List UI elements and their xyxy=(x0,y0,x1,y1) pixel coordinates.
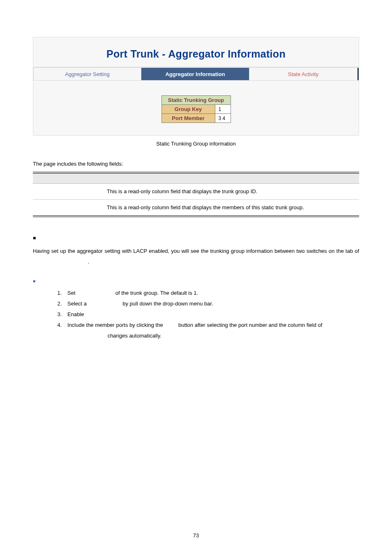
object-cell xyxy=(33,183,107,199)
text: Enable xyxy=(67,311,84,317)
step-continuation: changes automatically. xyxy=(77,331,359,341)
figure-caption: Static Trunking Group information xyxy=(33,141,359,147)
panel-header: Port Trunk - Aggregator Information xyxy=(33,37,359,67)
text: button after selecting the port number a… xyxy=(178,322,323,328)
text: Select a xyxy=(67,301,87,307)
tabs: Aggregator Setting Aggregator Informatio… xyxy=(33,67,359,81)
text: of the trunk group. The default is 1. xyxy=(115,290,198,296)
list-item: Set of the trunk group. The default is 1… xyxy=(63,288,359,298)
sub-bullet: ■ xyxy=(33,278,359,284)
section-bullet: ■ xyxy=(33,235,359,241)
document-page: Port Trunk - Aggregator Information Aggr… xyxy=(0,0,392,555)
text: Set xyxy=(67,290,76,296)
fields-header-object xyxy=(33,173,107,183)
fields-intro: The page includes the following fields: xyxy=(33,161,359,167)
description-cell: This is a read-only column field that di… xyxy=(107,183,359,199)
text: Include the member ports by clicking the xyxy=(67,322,163,328)
text: by pull down the drop-down menu bar. xyxy=(122,301,213,307)
list-item: Select a by pull down the drop-down menu… xyxy=(63,298,359,309)
text: . xyxy=(88,259,90,265)
table-row: This is a read-only column field that di… xyxy=(33,183,359,199)
port-member-label: Port Member xyxy=(161,114,215,123)
section-paragraph: Having set up the aggregator setting wit… xyxy=(33,246,359,267)
tab-aggregator-setting[interactable]: Aggregator Setting xyxy=(33,67,141,81)
steps-list: Set of the trunk group. The default is 1… xyxy=(63,288,359,331)
table-row: This is a read-only column field that di… xyxy=(33,199,359,216)
list-item: Include the member ports by clicking the… xyxy=(63,320,359,331)
group-key-label: Group Key xyxy=(161,105,215,114)
description-cell: This is a read-only column field that di… xyxy=(107,199,359,216)
aggregator-panel: Port Trunk - Aggregator Information Aggr… xyxy=(33,37,359,136)
fields-header-desc xyxy=(107,173,359,183)
tab-state-activity[interactable]: State Activity xyxy=(249,67,357,81)
panel-body: Static Trunking Group Group Key 1 Port M… xyxy=(33,81,359,135)
object-cell xyxy=(33,199,107,216)
fields-table: This is a read-only column field that di… xyxy=(33,172,359,217)
list-item: Enable xyxy=(63,309,359,320)
panel-title: Port Trunk - Aggregator Information xyxy=(33,48,359,60)
page-number: 73 xyxy=(0,532,392,539)
static-table-title: Static Trunking Group xyxy=(161,96,231,105)
tab-separator xyxy=(357,67,359,81)
tab-aggregator-information[interactable]: Aggregator Information xyxy=(141,67,249,81)
text: Having set up the aggregator setting wit… xyxy=(33,248,359,254)
text: changes automatically. xyxy=(108,333,161,339)
static-trunking-table: Static Trunking Group Group Key 1 Port M… xyxy=(161,95,231,123)
port-member-value: 3 4 xyxy=(215,114,231,123)
group-key-value: 1 xyxy=(215,105,231,114)
